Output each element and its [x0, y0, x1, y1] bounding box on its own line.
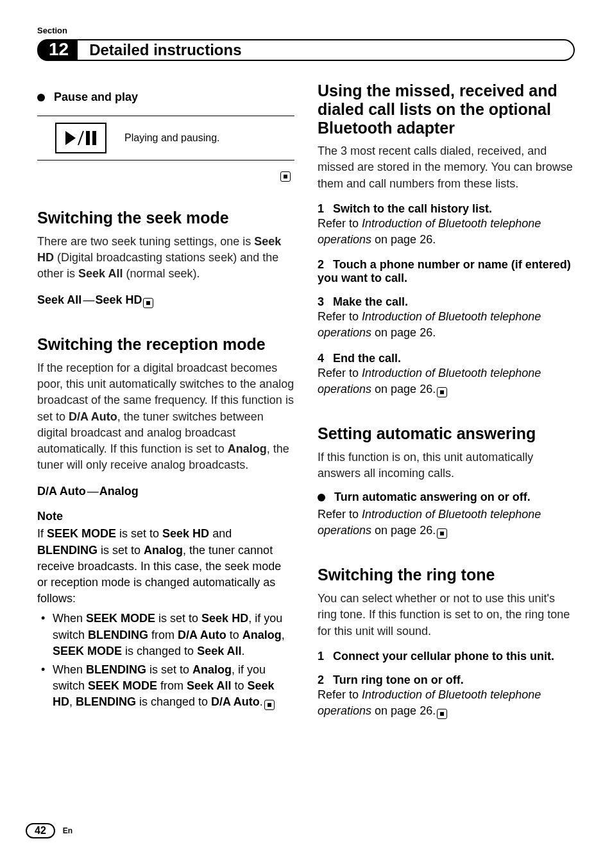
seek-mode-heading: Switching the seek mode — [37, 209, 294, 227]
pause-play-bullet: Pause and play — [37, 91, 294, 104]
call-lists-intro: The 3 most recent calls dialed, received… — [318, 143, 575, 192]
pause-play-key-row: Playing and pausing. — [37, 116, 294, 161]
seek-mode-body: There are two seek tuning settings, one … — [37, 234, 294, 282]
step-2-head: 2Touch a phone number or name (if entere… — [318, 258, 575, 285]
step-1-head: 1Switch to the call history list. — [318, 202, 575, 216]
svg-line-1 — [78, 131, 83, 145]
pause-play-description: Playing and pausing. — [124, 132, 220, 144]
auto-answer-bullet-label: Turn automatic answering on or off. — [334, 490, 531, 504]
list-item: When SEEK MODE is set to Seek HD, if you… — [37, 611, 294, 659]
note-heading: Note — [37, 510, 294, 523]
section-number-badge: 12 — [37, 39, 78, 61]
step-4-head: 4End the call. — [318, 352, 575, 365]
step-3-head: 3Make the call. — [318, 295, 575, 309]
page-number-badge: 42 — [26, 823, 55, 838]
page-language: En — [63, 826, 72, 835]
section-label: Section — [37, 26, 575, 35]
seek-options: Seek All—Seek HD — [37, 293, 294, 308]
call-lists-heading: Using the missed, received and dialed ca… — [318, 82, 575, 137]
step-4-ref: Refer to Introduction of Bluetooth telep… — [318, 365, 575, 397]
section-end-icon — [143, 298, 153, 308]
page-title: Detailed instructions — [89, 41, 241, 59]
header-title-wrap: Detailed instructions — [78, 39, 575, 61]
note-list: When SEEK MODE is set to Seek HD, if you… — [37, 611, 294, 710]
auto-answer-heading: Setting automatic answering — [318, 424, 575, 443]
svg-rect-2 — [86, 131, 90, 145]
auto-answer-ref: Refer to Introduction of Bluetooth telep… — [318, 507, 575, 539]
step-1-ref: Refer to Introduction of Bluetooth telep… — [318, 216, 575, 248]
page-header: 12 Detailed instructions — [37, 39, 575, 61]
reception-mode-heading: Switching the reception mode — [37, 335, 294, 354]
bullet-dot-icon — [37, 94, 45, 101]
ring-step-2-ref: Refer to Introduction of Bluetooth telep… — [318, 687, 575, 719]
pause-play-label: Pause and play — [54, 91, 138, 104]
right-column: Using the missed, received and dialed ca… — [318, 79, 575, 719]
reception-options: D/A Auto—Analog — [37, 485, 294, 498]
section-end-icon — [437, 709, 447, 719]
section-end-icon — [280, 171, 291, 182]
list-item: When BLENDING is set to Analog, if you s… — [37, 662, 294, 711]
bullet-dot-icon — [318, 494, 325, 501]
ring-tone-heading: Switching the ring tone — [318, 566, 575, 584]
ring-step-2-head: 2Turn ring tone on or off. — [318, 673, 575, 687]
section-end-icon — [437, 528, 447, 539]
ring-tone-intro: You can select whether or not to use thi… — [318, 591, 575, 639]
step-3-ref: Refer to Introduction of Bluetooth telep… — [318, 309, 575, 341]
svg-rect-3 — [92, 131, 96, 145]
section-end-icon — [437, 387, 447, 397]
auto-answer-intro: If this function is on, this unit automa… — [318, 449, 575, 482]
left-column: Pause and play Playing and pausing. Swit… — [37, 79, 294, 719]
svg-marker-0 — [65, 131, 76, 145]
play-pause-key-icon — [55, 123, 106, 153]
reception-mode-body: If the reception for a digital broadcast… — [37, 360, 294, 473]
auto-answer-bullet: Turn automatic answering on or off. — [318, 490, 575, 504]
note-body: If SEEK MODE is set to Seek HD and BLEND… — [37, 526, 294, 607]
page-footer: 42 En — [26, 823, 72, 838]
section-end-icon — [264, 700, 275, 710]
ring-step-1-head: 1Connect your cellular phone to this uni… — [318, 650, 575, 663]
